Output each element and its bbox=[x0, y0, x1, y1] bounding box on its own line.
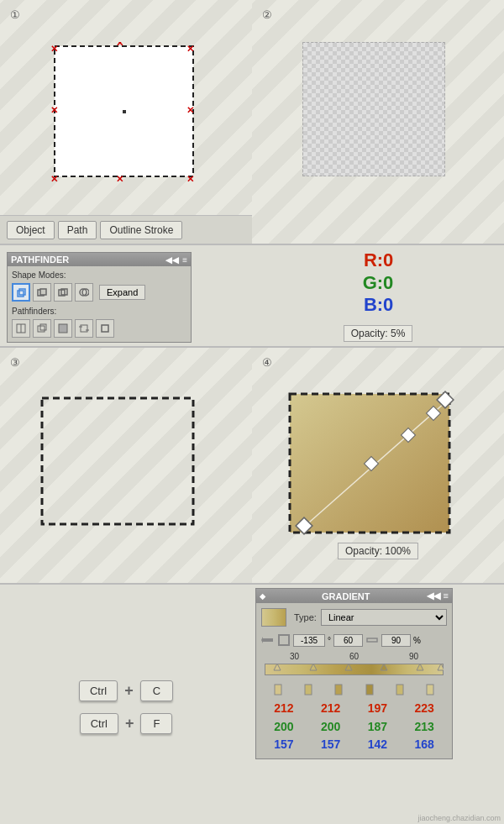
opacity-badge-4: Opacity: 100% bbox=[338, 543, 418, 559]
r-label: R: bbox=[364, 249, 383, 270]
panel-3: ③ bbox=[0, 348, 252, 583]
toolbar: Object Path Outline Stroke bbox=[0, 215, 252, 244]
gradient-collapse-icon[interactable]: ◀◀ bbox=[427, 590, 440, 601]
gradient-titlebar-icons: ◀◀ ≡ bbox=[427, 590, 449, 601]
svg-rect-46 bbox=[335, 685, 342, 695]
svg-text:✕: ✕ bbox=[186, 105, 194, 115]
merge-button[interactable] bbox=[54, 319, 72, 338]
degree-symbol: ° bbox=[328, 636, 331, 645]
stop-4[interactable] bbox=[365, 684, 374, 695]
collapse-icon[interactable]: ◀◀ bbox=[165, 255, 179, 265]
step-3-number: ③ bbox=[10, 356, 20, 369]
gradient-swatch bbox=[261, 608, 286, 627]
stop-5[interactable] bbox=[396, 684, 404, 695]
num-30: 30 bbox=[290, 652, 299, 661]
gradient-stop-input[interactable] bbox=[333, 634, 363, 647]
step-1-number: ① bbox=[10, 8, 20, 21]
svg-rect-47 bbox=[366, 685, 373, 695]
ct-r4: 223 bbox=[402, 701, 447, 717]
pathfinder-title: PATHFINDER bbox=[11, 255, 69, 265]
expand-button[interactable]: Expand bbox=[99, 285, 145, 300]
stop-6[interactable] bbox=[426, 684, 434, 695]
transparent-area bbox=[302, 42, 445, 176]
opacity-icon bbox=[365, 633, 379, 647]
opacity-badge: Opacity: 5% bbox=[344, 325, 413, 342]
svg-rect-34 bbox=[263, 638, 273, 642]
stroke-icon[interactable] bbox=[277, 633, 291, 647]
watermark: jiaocheng.chazidian.com bbox=[417, 814, 501, 822]
stop-3[interactable] bbox=[334, 684, 343, 695]
gradient-type-select[interactable]: Linear Radial bbox=[321, 609, 447, 626]
ct-r2: 212 bbox=[308, 701, 354, 717]
svg-rect-21 bbox=[59, 324, 67, 333]
step-4-number: ④ bbox=[262, 356, 272, 369]
menu-icon[interactable]: ≡ bbox=[182, 255, 187, 265]
path-button[interactable]: Path bbox=[58, 221, 97, 239]
gradient-controls-row: ° % bbox=[261, 633, 447, 647]
b-value: 0 bbox=[383, 294, 393, 315]
stop-1[interactable] bbox=[274, 684, 282, 695]
pathfinder-container: PATHFINDER ◀◀ ≡ Shape Modes: bbox=[0, 245, 252, 346]
object-button[interactable]: Object bbox=[7, 221, 55, 239]
gradient-panel-container: ◆ GRADIENT ◀◀ ≡ Type: Linear Radial bbox=[252, 585, 504, 824]
outline-button[interactable] bbox=[96, 319, 114, 338]
gradient-window: ◆ GRADIENT ◀◀ ≡ Type: Linear Radial bbox=[255, 588, 453, 759]
reverse-icon[interactable] bbox=[261, 633, 275, 647]
angle-input[interactable] bbox=[293, 634, 325, 647]
panel-3-selection bbox=[38, 394, 202, 533]
ct-g1: 200 bbox=[261, 719, 307, 736]
svg-rect-9 bbox=[18, 291, 24, 297]
ctrl-key-2[interactable]: Ctrl bbox=[80, 713, 118, 734]
exclude-button[interactable] bbox=[75, 283, 93, 302]
step-2-number: ② bbox=[262, 8, 272, 21]
f-key[interactable]: F bbox=[140, 713, 172, 734]
gradient-menu-icon[interactable]: ≡ bbox=[444, 590, 449, 601]
divide-button[interactable] bbox=[12, 319, 30, 338]
unite-button[interactable] bbox=[12, 283, 30, 302]
crop-button[interactable] bbox=[75, 319, 93, 338]
ct-r1: 212 bbox=[261, 701, 307, 717]
svg-rect-12 bbox=[40, 289, 46, 295]
ctrl-key-1[interactable]: Ctrl bbox=[79, 680, 118, 701]
pathfinders-row bbox=[12, 319, 186, 338]
number-row: 30 60 90 bbox=[261, 652, 447, 661]
shape-modes-row: Expand bbox=[12, 283, 186, 302]
ct-b1: 157 bbox=[261, 737, 307, 753]
svg-rect-44 bbox=[275, 685, 281, 695]
panel-4-shape bbox=[286, 390, 462, 541]
svg-marker-41 bbox=[381, 664, 387, 670]
trim-button[interactable] bbox=[33, 319, 51, 338]
svg-rect-49 bbox=[427, 685, 433, 695]
svg-text:✕: ✕ bbox=[186, 44, 194, 54]
svg-marker-42 bbox=[417, 664, 423, 670]
minus-front-button[interactable] bbox=[33, 283, 51, 302]
panel-4: ④ Opacity: 100% bbox=[252, 348, 504, 583]
svg-rect-19 bbox=[38, 326, 45, 332]
rgb-values: R:0 G:0 B:0 bbox=[363, 249, 394, 316]
svg-rect-22 bbox=[81, 325, 87, 332]
svg-marker-40 bbox=[345, 664, 352, 670]
g-label: G: bbox=[363, 272, 383, 293]
svg-rect-25 bbox=[102, 325, 108, 332]
ct-g3: 187 bbox=[355, 719, 401, 736]
opacity-input[interactable] bbox=[381, 634, 411, 647]
gradient-slider-container bbox=[261, 664, 447, 679]
g-line: G:0 bbox=[363, 272, 394, 294]
intersect-button[interactable] bbox=[54, 283, 72, 302]
num-60: 60 bbox=[349, 652, 359, 661]
r-value: 0 bbox=[383, 249, 393, 270]
r-line: R:0 bbox=[364, 249, 393, 271]
outline-stroke-button[interactable]: Outline Stroke bbox=[100, 221, 182, 239]
gradient-titlebar: ◆ GRADIENT ◀◀ ≡ bbox=[256, 589, 452, 603]
stop-2[interactable] bbox=[304, 684, 312, 695]
color-info-panel: R:0 G:0 B:0 Opacity: 5% bbox=[252, 245, 504, 346]
svg-text:✕: ✕ bbox=[50, 44, 58, 54]
svg-marker-38 bbox=[274, 664, 281, 670]
very-bottom: Ctrl + C Ctrl + F ◆ GRADIENT ◀◀ ≡ bbox=[0, 585, 504, 824]
key-combo-1: Ctrl + C bbox=[79, 680, 173, 701]
pathfinder-titlebar: PATHFINDER ◀◀ ≡ bbox=[8, 253, 191, 266]
num-90: 90 bbox=[409, 652, 418, 661]
pathfinder-window: PATHFINDER ◀◀ ≡ Shape Modes: bbox=[7, 252, 192, 343]
c-key[interactable]: C bbox=[140, 680, 173, 701]
gradient-type-label: Type: bbox=[294, 612, 317, 622]
